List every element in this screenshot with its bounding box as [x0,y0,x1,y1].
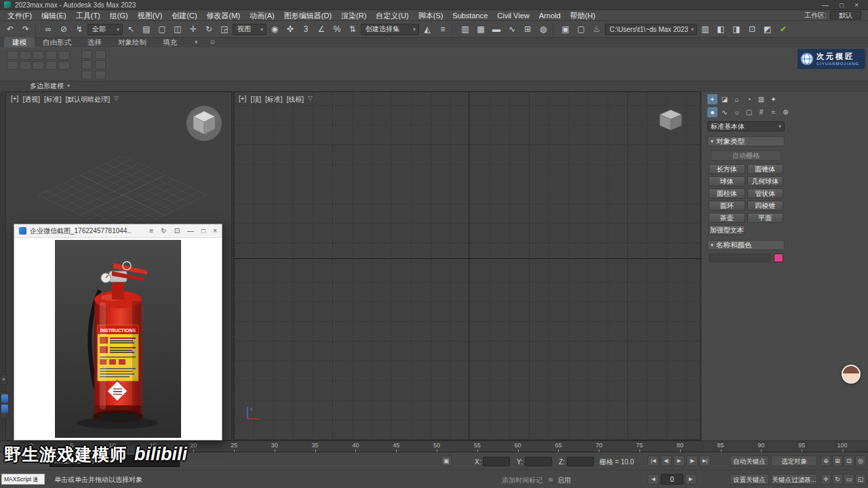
timeline-tick-50[interactable]: 50 [433,442,440,449]
timeline-tick-100[interactable]: 100 [837,442,847,449]
hierarchy-tab-icon[interactable]: ⌂ [732,94,742,104]
current-frame-field[interactable]: 0 [660,474,684,485]
create-四棱锥-button[interactable]: 四棱锥 [747,201,784,211]
utilities-tab-icon[interactable]: ✦ [768,94,778,104]
timeline-tick-30[interactable]: 30 [271,442,278,449]
y-coordinate-field[interactable] [525,457,552,466]
timeline-tick-0[interactable]: 0 [29,442,33,449]
docked-tool-icon[interactable] [1,394,8,403]
menu-item-帮助(H)[interactable]: 帮助(H) [566,10,600,21]
selection-filter-dropdown[interactable]: 全部▾ [87,24,123,35]
bind-to-space-warp-icon[interactable]: ↯ [72,22,87,37]
menu-item-视图(V)[interactable]: 视图(V) [133,10,167,21]
select-and-scale-icon[interactable]: ◲ [217,22,232,37]
viewport-config-icon[interactable]: ⊡ [745,22,760,37]
object-type-rollout-header[interactable]: ▾ 对象类型 [707,136,785,146]
create-长方体-button[interactable]: 长方体 [709,164,745,174]
material-editor-icon[interactable]: ◍ [536,22,551,37]
ribbon-tool-button[interactable] [81,50,92,59]
ribbon-tool-button[interactable] [33,61,44,70]
create-圆环-button[interactable]: 圆环 [709,201,745,211]
ribbon-tool-button[interactable] [58,51,70,60]
ribbon-tool-button[interactable] [81,60,92,69]
go-to-start-button[interactable]: |◀ [648,455,659,466]
create-茶壶-button[interactable]: 茶壶 [709,213,745,223]
previous-key-button[interactable]: ◀ [648,474,659,485]
streamer-avatar[interactable] [842,365,861,384]
viewport-label[interactable]: [默认明暗处理] [66,95,111,104]
unlink-selection-icon[interactable]: ⊘ [56,22,71,37]
rotate-image-icon[interactable]: ↻ [161,227,166,235]
viewport-filter-icon[interactable]: ▽ [114,95,119,104]
open-recent-icon[interactable]: ◨ [729,22,744,37]
angle-snap-icon[interactable]: ∠ [314,22,329,37]
spacewarps-category-icon[interactable]: ≈ [768,107,778,117]
key-filters-button[interactable]: 关键点过滤器... [771,474,817,485]
cameras-category-icon[interactable]: ▢ [744,107,754,117]
menu-item-Arnold[interactable]: Arnold [534,10,566,21]
image-viewer-window[interactable]: 企业微信截图_17622457781044.... ≡↻⊡—□× [14,224,222,441]
create-平面-button[interactable]: 平面 [747,213,784,223]
maximize-button[interactable]: □ [840,1,844,9]
ribbon-minimize-icon[interactable]: ▾ [192,37,201,47]
select-by-name-icon[interactable]: ▤ [139,22,154,37]
timeline-tick-80[interactable]: 80 [677,442,684,449]
maxscript-mini-listener[interactable]: MAXScript 迷 [1,474,45,485]
menu-item-Substance[interactable]: Substance [448,10,492,21]
selection-lock-toggle[interactable]: ▣ [441,455,452,466]
viewcube[interactable] [184,103,224,144]
trackbar-enable-toggle[interactable]: 启用 [557,476,571,485]
use-pivot-center-icon[interactable]: ◉ [267,22,282,37]
timeline-tick-40[interactable]: 40 [352,442,359,449]
lights-category-icon[interactable]: ☼ [732,107,742,117]
render-production-icon[interactable]: ♨ [589,22,604,37]
zoom-extents-icon[interactable]: ⊡ [844,455,854,466]
add-time-tag[interactable]: 添加时间标记 [502,476,542,485]
menu-item-编辑(E)[interactable]: 编辑(E) [37,10,71,21]
create-圆锥体-button[interactable]: 圆锥体 [747,164,784,174]
viewport-label[interactable]: [+] [11,95,18,104]
window-crossing-icon[interactable]: ◫ [170,22,185,37]
x-coordinate-field[interactable] [483,457,510,466]
viewport-filter-icon[interactable]: ▽ [308,95,313,104]
systems-category-icon[interactable]: ⊛ [781,107,791,117]
menu-item-图形编辑器(D)[interactable]: 图形编辑器(D) [279,10,336,21]
scene-check-icon[interactable]: ✔ [776,22,791,37]
next-key-button[interactable]: ▶ [685,474,696,485]
scene-explorer-icon[interactable]: ▥ [458,22,473,37]
viewport-label[interactable]: [顶] [250,95,261,104]
timeline-tick-75[interactable]: 75 [636,442,643,449]
ribbon-tab-建模[interactable]: 建模 [4,37,35,47]
timeline-tick-65[interactable]: 65 [555,442,561,449]
play-animation-button[interactable]: ▶ [673,455,685,466]
scene-object-box[interactable] [656,107,686,134]
named-selection-sets-dropdown[interactable]: 创建选择集▾ [361,24,419,35]
timeline-tick-10[interactable]: 10 [109,442,116,449]
select-object-icon[interactable]: ↖ [123,22,138,37]
viewport-label[interactable]: [+] [239,95,246,104]
fit-image-icon[interactable]: ⊡ [174,227,180,235]
ribbon-tool-button[interactable] [81,70,92,79]
select-and-rotate-icon[interactable]: ↻ [201,22,216,37]
menu-item-动画(A)[interactable]: 动画(A) [245,10,279,21]
snaps-toggle-icon[interactable]: 3 [298,22,313,37]
select-and-move-icon[interactable]: ✛ [186,22,201,37]
spinner-snap-icon[interactable]: ⇅ [345,22,360,37]
select-and-manipulate-icon[interactable]: ✜ [283,22,298,37]
workspace-value-dropdown[interactable]: 默认 [830,11,861,20]
viewport-label[interactable]: [标准] [44,95,62,104]
maximize-viewport-icon[interactable]: ◱ [855,474,866,485]
timeline-tick-15[interactable]: 15 [149,442,156,449]
zoom-icon[interactable]: ⊕ [821,455,831,466]
set-key-button[interactable]: 设置关键点 [730,474,769,485]
ribbon-tool-button[interactable] [45,61,57,70]
create-管状体-button[interactable]: 管状体 [747,188,784,199]
ribbon-tool-button[interactable] [95,60,106,69]
timeline-tick-60[interactable]: 60 [515,442,521,449]
menu-item-修改器(M)[interactable]: 修改器(M) [202,10,245,21]
timeline-tick-95[interactable]: 95 [798,442,805,449]
name-color-rollout-header[interactable]: ▾ 名称和颜色 [707,240,785,250]
ribbon-tool-button[interactable] [95,50,106,59]
align-icon[interactable]: ≡ [435,22,450,37]
rectangular-selection-region-icon[interactable]: ▢ [155,22,170,37]
